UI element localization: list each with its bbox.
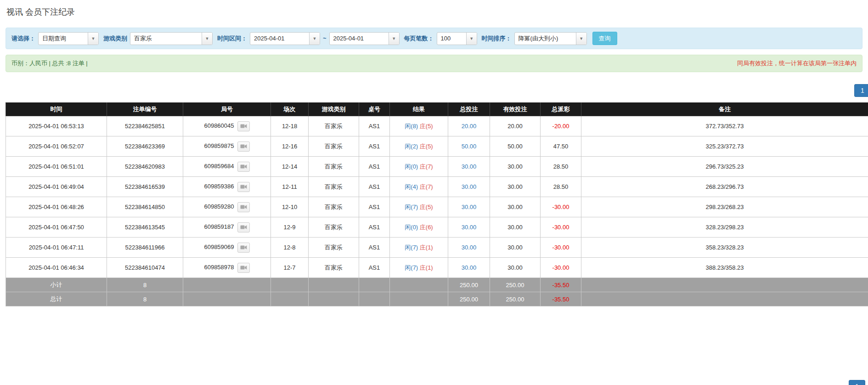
- total-bet-link[interactable]: 30.00: [462, 183, 477, 190]
- page-number-button[interactable]: 1: [849, 380, 865, 385]
- header-row: 时间注单编号局号场次游戏类别桌号结果总投注有效投注总派彩备注: [6, 103, 868, 116]
- summary-cell: 250.00: [448, 292, 490, 306]
- page-root: 视讯 会员下注纪录 请选择： 日期查询 ▼ 游戏类别 百家乐 ▼ 时间区间： 2…: [0, 0, 868, 306]
- summary-cell: [309, 292, 359, 306]
- cell-total-bet: 30.00: [448, 238, 490, 258]
- cell-game-type: 百家乐: [309, 217, 359, 238]
- cell-session: 12-8: [271, 238, 309, 258]
- cell-valid-bet: 30.00: [490, 197, 541, 217]
- table-row: 2025-04-01 06:48:26 522384614850 6098592…: [6, 197, 868, 217]
- sort-order-label: 时间排序：: [482, 34, 512, 43]
- date-from-value: 2025-04-01: [250, 35, 309, 42]
- cell-bet-id: 522384623369: [107, 136, 183, 157]
- cell-session: 12-16: [271, 136, 309, 157]
- cell-table-no: AS1: [359, 258, 390, 278]
- summary-cell: [271, 292, 309, 306]
- page-size-select[interactable]: 100 ▼: [437, 32, 477, 45]
- video-replay-icon[interactable]: [237, 243, 250, 253]
- total-bet-link[interactable]: 20.00: [462, 123, 477, 130]
- page-number-button[interactable]: 1: [854, 84, 868, 97]
- cell-bet-id: 522384610474: [107, 258, 183, 278]
- cell-round-id: 609859684: [183, 157, 271, 177]
- summary-cell: [359, 292, 390, 306]
- summary-cell: 250.00: [490, 278, 541, 292]
- summary-cell: [390, 278, 448, 292]
- cell-round-id: 609858978: [183, 258, 271, 278]
- summary-cell: 总计: [6, 292, 107, 306]
- cell-total-bet: 30.00: [448, 157, 490, 177]
- filter-bar: 请选择： 日期查询 ▼ 游戏类别 百家乐 ▼ 时间区间： 2025-04-01 …: [6, 28, 862, 49]
- chevron-down-icon[interactable]: ▼: [389, 33, 399, 45]
- cell-payout: -20.00: [541, 116, 581, 136]
- date-range-separator: ~: [323, 35, 327, 42]
- date-range-label: 时间区间：: [217, 34, 247, 43]
- cell-valid-bet: 30.00: [490, 238, 541, 258]
- total-bet-link[interactable]: 50.00: [462, 143, 477, 150]
- chevron-down-icon[interactable]: ▼: [202, 33, 212, 45]
- video-replay-icon[interactable]: [237, 182, 250, 192]
- cell-time: 2025-04-01 06:49:04: [6, 177, 107, 197]
- cell-table-no: AS1: [359, 238, 390, 258]
- cell-total-bet: 30.00: [448, 177, 490, 197]
- cell-bet-id: 522384614850: [107, 197, 183, 217]
- summary-cell: [581, 292, 868, 306]
- pagination-bottom: 1: [849, 380, 865, 385]
- cell-note: 388.23/358.23: [581, 258, 868, 278]
- cell-result: 闲(4) 庄(7): [390, 177, 448, 197]
- chevron-down-icon[interactable]: ▼: [88, 33, 98, 45]
- total-bet-link[interactable]: 30.00: [462, 163, 477, 170]
- cell-result: 闲(8) 庄(5): [390, 116, 448, 136]
- video-replay-icon[interactable]: [237, 121, 250, 131]
- cell-payout: -30.00: [541, 258, 581, 278]
- summary-cell: [359, 278, 390, 292]
- cell-game-type: 百家乐: [309, 177, 359, 197]
- cell-time: 2025-04-01 06:46:34: [6, 258, 107, 278]
- cell-time: 2025-04-01 06:47:50: [6, 217, 107, 238]
- date-from-picker[interactable]: 2025-04-01 ▼: [250, 32, 320, 45]
- sort-order-select[interactable]: 降冪(由大到小) ▼: [514, 32, 587, 45]
- page-size-value: 100: [437, 35, 466, 42]
- cell-note: 268.23/296.73: [581, 177, 868, 197]
- summary-cell: 小计: [6, 278, 107, 292]
- cell-valid-bet: 50.00: [490, 136, 541, 157]
- column-header-3: 场次: [271, 103, 309, 116]
- table-header: 时间注单编号局号场次游戏类别桌号结果总投注有效投注总派彩备注: [6, 103, 868, 116]
- cell-valid-bet: 30.00: [490, 157, 541, 177]
- summary-cell: [271, 278, 309, 292]
- game-type-select[interactable]: 百家乐 ▼: [130, 32, 213, 45]
- date-to-value: 2025-04-01: [330, 35, 389, 42]
- video-replay-icon[interactable]: [237, 162, 250, 172]
- cell-table-no: AS1: [359, 116, 390, 136]
- column-header-4: 游戏类别: [309, 103, 359, 116]
- column-header-2: 局号: [183, 103, 271, 116]
- cell-result: 闲(7) 庄(5): [390, 197, 448, 217]
- game-type-label: 游戏类别: [103, 34, 127, 43]
- video-replay-icon[interactable]: [237, 202, 250, 212]
- total-bet-link[interactable]: 30.00: [462, 224, 477, 231]
- page-title: 视讯 会员下注纪录: [6, 6, 868, 17]
- cell-table-no: AS1: [359, 197, 390, 217]
- video-replay-icon[interactable]: [237, 222, 250, 232]
- summary-cell: [309, 278, 359, 292]
- column-header-0: 时间: [6, 103, 107, 116]
- cell-round-id: 609860045: [183, 116, 271, 136]
- video-replay-icon[interactable]: [237, 263, 250, 273]
- table-row: 2025-04-01 06:51:01 522384620983 6098596…: [6, 157, 868, 177]
- table-row: 2025-04-01 06:46:34 522384610474 6098589…: [6, 258, 868, 278]
- cell-payout: 28.50: [541, 157, 581, 177]
- total-bet-link[interactable]: 30.00: [462, 244, 477, 251]
- video-replay-icon[interactable]: [237, 142, 250, 152]
- search-button[interactable]: 查询: [592, 32, 617, 45]
- result-banker: 庄(1): [420, 244, 433, 251]
- cell-bet-id: 522384613545: [107, 217, 183, 238]
- cell-game-type: 百家乐: [309, 116, 359, 136]
- date-to-picker[interactable]: 2025-04-01 ▼: [329, 32, 400, 45]
- chevron-down-icon[interactable]: ▼: [466, 33, 477, 45]
- total-bet-link[interactable]: 30.00: [462, 204, 477, 210]
- query-type-select[interactable]: 日期查询 ▼: [38, 32, 99, 45]
- round-id-text: 609860045: [204, 122, 234, 129]
- chevron-down-icon[interactable]: ▼: [309, 33, 320, 45]
- pagination-top: 1: [6, 84, 868, 97]
- total-bet-link[interactable]: 30.00: [462, 264, 477, 271]
- chevron-down-icon[interactable]: ▼: [576, 33, 586, 45]
